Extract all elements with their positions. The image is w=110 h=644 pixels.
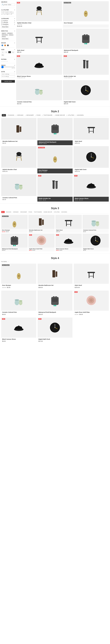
style2-tab-utilities[interactable]: 3UTILITIES: [66, 114, 75, 116]
rating-stars[interactable]: ★ ★ ★ ★ ★: [1, 61, 15, 62]
tab-label[interactable]: CERAMIC: [16, 114, 24, 116]
won-tag-item[interactable]: Apple(1): [2, 32, 6, 34]
alphabet-letter-u[interactable]: U: [4, 14, 5, 15]
won-tag-toggle-icon[interactable]: ▾: [14, 30, 15, 32]
alphabet-toggle-icon[interactable]: ▾: [14, 9, 15, 11]
date-start-input[interactable]: [5, 74, 14, 75]
tab-label[interactable]: TOOTHWARE: [43, 114, 53, 116]
alphabet-letter-p[interactable]: P: [10, 12, 11, 14]
color-dark-swatch[interactable]: [7, 44, 9, 46]
style2-tab-ceramic[interactable]: 2CERAMIC: [16, 114, 24, 116]
style2-product-card[interactable]: Digital Wall Clock $300.00: [73, 146, 109, 174]
size-option-xxl[interactable]: XXL: [2, 54, 4, 56]
alphabet-letter-y[interactable]: Y: [10, 14, 11, 15]
tab-label[interactable]: UTILITIES: [67, 114, 75, 116]
alphabet-letter-s[interactable]: S: [1, 14, 3, 15]
size-option-xl[interactable]: XL: [12, 51, 15, 53]
product-card[interactable]: Ceramic Colored Pots $19.00: [16, 80, 62, 105]
category-checkbox[interactable]: [1, 20, 3, 21]
star-5[interactable]: ★: [7, 61, 8, 62]
style3-tab-designer[interactable]: DESIGNER: [20, 211, 28, 213]
style3-tab-utilities[interactable]: UTILITIES: [53, 211, 60, 213]
style3-product-card[interactable]: Waterproof Emil Backpack $39.00: [1, 234, 28, 252]
size-option-m[interactable]: M: [5, 51, 8, 53]
alphabet-letter-k[interactable]: K: [3, 12, 4, 14]
style3-tab-wooden[interactable]: WOODEN: [61, 211, 68, 213]
style3-product-card[interactable]: 10% Agate Rose Gold Plate $8.00 $5.00: [28, 234, 55, 252]
style2-product-card[interactable]: Out of New Door Bumper $34.00 - $3.00: [37, 146, 73, 174]
alphabet-letter-t[interactable]: T: [3, 14, 4, 15]
tab-label[interactable]: HOME DECOR: [54, 114, 66, 116]
style4-product-card[interactable]: Out of Stock Door Bumper $24.00 $3.00: [1, 264, 36, 289]
star-4[interactable]: ★: [6, 61, 7, 62]
product-card[interactable]: 50% Black Canvas Shoes 2 mixin $71.00: [16, 55, 62, 79]
price-min-slider[interactable]: [1, 67, 15, 67]
alphabet-letter-f[interactable]: F: [8, 11, 10, 12]
color-orange-swatch[interactable]: [4, 44, 6, 46]
style4-product-card[interactable]: Ceramic Colored Pots $9.00: [1, 290, 36, 316]
alphabet-letter-g[interactable]: G: [10, 11, 11, 12]
style2-product-card[interactable]: Stylish Wooden Chair $349.00: [1, 146, 37, 174]
style3-product-card[interactable]: 10% Black Canvas Shoes $9.00 $6.00: [55, 234, 82, 252]
style3-product-card[interactable]: Ceramic Colored Pots $9.00: [82, 215, 109, 233]
won-tag-show-more-button[interactable]: Show More: [1, 38, 9, 40]
star-3[interactable]: ★: [4, 61, 5, 62]
date-end-input[interactable]: [4, 76, 14, 77]
alphabet-letter-i[interactable]: I: [13, 11, 14, 12]
style4-product-card[interactable]: Style Stool $100.00: [74, 264, 109, 289]
alphabet-letter-e[interactable]: E: [7, 11, 8, 12]
tab-label[interactable]: DESIGNER: [26, 114, 34, 116]
size-option-s[interactable]: S: [2, 51, 4, 53]
style4-product-card[interactable]: Wooden Bathroom Set $38.00: [38, 264, 73, 289]
style2-tab-toothware[interactable]: 6TOOTHWARE: [42, 114, 53, 116]
style2-tab-wooden[interactable]: 3WOODEN: [76, 114, 84, 116]
style4-product-card[interactable]: 12% Black Canvas Shoes $9.00: [1, 318, 36, 343]
alphabet-letter-l[interactable]: L: [4, 12, 5, 14]
alphabet-letter-d[interactable]: D: [6, 11, 7, 12]
product-card[interactable]: Waterproof Backpack $39.00: [63, 29, 109, 54]
color-blue-swatch[interactable]: [2, 44, 3, 46]
product-card[interactable]: 12% Bottle Grinder Set 3 mixin $36.00: [63, 55, 109, 79]
style3-tab-food[interactable]: FOOD: [28, 211, 33, 213]
won-tag-item[interactable]: tablecloth(1): [2, 34, 8, 36]
search-box[interactable]: 🔍: [1, 4, 15, 6]
alphabet-letter-j[interactable]: J: [1, 12, 3, 14]
style4-product-card[interactable]: 12% Digital Wall Clock $21.56: [38, 318, 73, 343]
alphabet-letter-c[interactable]: C: [4, 11, 5, 12]
alphabet-letter-a[interactable]: A: [1, 11, 3, 12]
style2-tab-all[interactable]: 9ALL: [1, 114, 6, 116]
product-card[interactable]: Digital Wall Clock $20.00: [63, 80, 109, 105]
filters-arrow-icon[interactable]: →: [8, 261, 9, 262]
style3-tab-home-decor[interactable]: HOME DECOR: [43, 211, 53, 213]
alphabet-letter-w[interactable]: W: [7, 14, 8, 15]
product-card[interactable]: Style Stool $80.00: [16, 29, 62, 54]
style2-tab-fashion[interactable]: 2FASHION: [7, 114, 15, 116]
category-checkbox[interactable]: [1, 22, 3, 23]
product-card[interactable]: 70% Stylish Wooden Chair 1 Arrived $149.…: [16, 1, 62, 28]
size-toggle-icon[interactable]: ▾: [14, 49, 15, 50]
star-1[interactable]: ★: [1, 61, 3, 62]
date-start-field[interactable]: Start: [1, 73, 15, 75]
style2-tab-home-decor[interactable]: 1HOME DECOR: [54, 114, 66, 116]
alphabet-letter-q[interactable]: Q: [11, 12, 12, 14]
style3-product-card[interactable]: Out of Stock Door Bumper $14.00 $3.00: [1, 215, 28, 233]
rating-toggle-icon[interactable]: ▾: [14, 59, 15, 60]
image-toggle-icon[interactable]: ▾: [14, 42, 15, 44]
alphabet-letter-x[interactable]: X: [8, 14, 10, 15]
alphabet-letter-m[interactable]: M: [6, 12, 7, 14]
alphabet-letter-b[interactable]: B: [3, 11, 4, 12]
alphabet-letter-r[interactable]: R: [13, 12, 14, 14]
category-toggle-icon[interactable]: ▾: [14, 18, 15, 19]
tab-label[interactable]: WOODEN: [76, 114, 84, 116]
style2-product-card[interactable]: Style Stool $300.00: [73, 118, 109, 145]
date-toggle-icon[interactable]: ▾: [14, 71, 15, 72]
alphabet-letter-v[interactable]: V: [6, 14, 7, 15]
won-tag-item[interactable]: Dollar(1): [9, 34, 14, 36]
style3-tab-all[interactable]: ALL: [1, 211, 5, 213]
style3-tab-toothware[interactable]: TOOTHWARE: [33, 211, 43, 213]
style2-tab-food[interactable]: 1FOOD: [35, 114, 41, 116]
alphabet-letter-n[interactable]: N: [7, 12, 8, 14]
style2-product-card[interactable]: 10% Black Canvas Shoes $9.00 - $11.00: [73, 174, 109, 202]
product-card[interactable]: Out of Stock Door Bumper: [63, 1, 109, 28]
style3-tab-ceramic[interactable]: CERAMIC: [12, 211, 19, 213]
